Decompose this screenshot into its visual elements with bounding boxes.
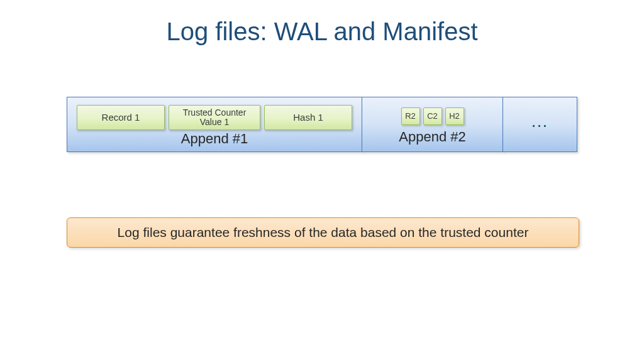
slide-title: Log files: WAL and Manifest xyxy=(0,18,644,46)
hash-1-box: Hash 1 xyxy=(264,105,352,130)
append1-label: Append #1 xyxy=(67,130,362,151)
record-1-box: Record 1 xyxy=(77,105,165,130)
ellipsis-label: … xyxy=(503,97,577,151)
segment-ellipsis: … xyxy=(502,97,577,152)
callout-box: Log files guarantee freshness of the dat… xyxy=(67,217,579,248)
append-strip: Record 1 Trusted CounterValue 1 Hash 1 A… xyxy=(67,97,579,152)
r2-box: R2 xyxy=(401,107,420,125)
h2-box: H2 xyxy=(445,107,464,125)
append2-items: R2 C2 H2 xyxy=(362,97,502,126)
append2-label: Append #2 xyxy=(362,126,502,151)
c2-box: C2 xyxy=(423,107,442,125)
segment-append-2: R2 C2 H2 Append #2 xyxy=(362,97,503,152)
append1-items: Record 1 Trusted CounterValue 1 Hash 1 xyxy=(67,97,362,130)
segment-append-1: Record 1 Trusted CounterValue 1 Hash 1 A… xyxy=(67,97,362,152)
trusted-counter-value-box: Trusted CounterValue 1 xyxy=(169,105,260,130)
